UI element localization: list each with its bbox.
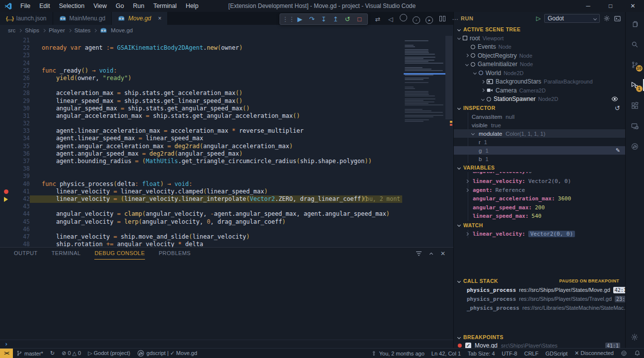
scene-node-objectregistry[interactable]: ObjectRegistryNode bbox=[454, 51, 625, 60]
variable-chevron-icon[interactable] bbox=[465, 232, 469, 236]
maximize-button[interactable]: □ bbox=[599, 0, 622, 12]
breakpoint-checkbox[interactable]: ✓ bbox=[465, 343, 471, 348]
cursor-position[interactable]: Ln 42, Col 1 bbox=[428, 349, 464, 358]
restart-icon[interactable]: ↺ bbox=[342, 14, 354, 24]
tab-mainmenu-gd[interactable]: MainMenu.gd bbox=[53, 12, 112, 25]
code-line[interactable]: 27 bbox=[0, 82, 453, 90]
scene-node-root[interactable]: rootViewport bbox=[454, 34, 625, 43]
gutter-glyph[interactable] bbox=[0, 112, 12, 120]
breadcrumb-item[interactable]: States bbox=[74, 27, 91, 33]
minimap[interactable] bbox=[405, 39, 444, 122]
minimize-button[interactable]: ─ bbox=[577, 0, 599, 12]
breadcrumb-file[interactable]: Move.gd bbox=[111, 27, 133, 33]
breadcrumb-item[interactable]: Ships bbox=[25, 27, 39, 33]
reverse-continue-icon[interactable]: ◁ bbox=[385, 14, 396, 24]
close-button[interactable]: ✕ bbox=[622, 0, 644, 12]
language-mode[interactable]: GDScript bbox=[542, 349, 571, 358]
debug-console-input[interactable]: › bbox=[0, 340, 453, 348]
variable-row[interactable]: angular_acceleration_max:3600 bbox=[454, 194, 625, 203]
step-forward-icon[interactable]: › bbox=[411, 14, 422, 24]
gutter-glyph[interactable] bbox=[0, 233, 12, 241]
launch-config-dropdown[interactable]: Godot bbox=[544, 14, 600, 23]
gutter-glyph[interactable] bbox=[0, 97, 12, 105]
gutter-glyph[interactable] bbox=[0, 180, 12, 188]
gutter-glyph[interactable] bbox=[0, 150, 12, 158]
variable-row[interactable]: angular_speed_max:200 bbox=[454, 203, 625, 212]
lsp-status[interactable]: ✕ Disconnected bbox=[571, 349, 617, 358]
code-line[interactable]: 29 linear_speed_max = ship.stats.get_lin… bbox=[0, 97, 453, 105]
split-editor-icon[interactable] bbox=[437, 14, 447, 24]
step-into-icon[interactable]: ↧ bbox=[318, 14, 330, 24]
panel-tab-terminal[interactable]: TERMINAL bbox=[52, 248, 81, 260]
variable-row[interactable]: agent:Reference bbox=[454, 186, 625, 195]
debug-console-output[interactable] bbox=[0, 260, 453, 340]
panel-tab-output[interactable]: OUTPUT bbox=[14, 248, 38, 260]
section-call-stack-header[interactable]: CALL STACK PAUSED ON BREAKPOINT bbox=[454, 276, 625, 285]
more-actions-icon[interactable]: ⋯ bbox=[450, 14, 460, 24]
section-watch-header[interactable]: WATCH bbox=[454, 221, 625, 230]
menu-run[interactable]: Run bbox=[129, 0, 149, 12]
launch-status[interactable]: ▷ Godot (project) bbox=[84, 349, 134, 358]
run-debug-icon[interactable]: 1 bbox=[626, 79, 644, 91]
continue-icon[interactable]: ▶ bbox=[294, 14, 306, 24]
code-line[interactable]: 40func physics_process(delta: float) → v… bbox=[0, 180, 453, 188]
remote-explorer-icon[interactable] bbox=[626, 120, 644, 132]
maximize-panel-icon[interactable] bbox=[430, 250, 432, 257]
close-tab-icon[interactable]: × bbox=[158, 15, 161, 22]
gutter-glyph[interactable] bbox=[0, 82, 12, 90]
explorer-icon[interactable] bbox=[626, 18, 644, 30]
section-breakpoints-header[interactable]: BREAKPOINTS bbox=[454, 333, 625, 342]
sync-icon[interactable]: ↻ bbox=[47, 349, 58, 358]
edit-value-icon[interactable]: ✎ bbox=[616, 147, 620, 154]
editor-scrollbar[interactable] bbox=[444, 36, 453, 247]
inspector-refresh-icon[interactable]: ↺ bbox=[615, 104, 625, 112]
gutter-glyph[interactable] bbox=[0, 105, 12, 112]
encoding[interactable]: UTF-8 bbox=[499, 349, 521, 358]
scene-node-events[interactable]: EventsNode bbox=[454, 43, 625, 52]
tab-move-gd[interactable]: Move.gd× bbox=[112, 12, 168, 25]
scene-node-world[interactable]: WorldNode2D bbox=[454, 69, 625, 78]
scene-node-gameinitializer[interactable]: GameInitializerNode bbox=[454, 60, 625, 69]
tree-chevron-icon[interactable] bbox=[481, 97, 485, 101]
problems-summary[interactable]: ⊘ 0 △ 0 bbox=[58, 349, 84, 358]
notifications-bell-icon[interactable] bbox=[631, 349, 644, 358]
code-line[interactable]: 24 bbox=[0, 60, 453, 67]
gutter-glyph[interactable] bbox=[0, 218, 12, 226]
inspector-property-g[interactable]: g1✎ bbox=[454, 146, 625, 155]
code-line[interactable]: 34 agent.linear_speed_max = linear_speed… bbox=[0, 135, 453, 142]
gutter-glyph[interactable] bbox=[0, 60, 12, 67]
section-variables-header[interactable]: VARIABLES bbox=[454, 163, 625, 172]
step-out-icon[interactable]: ↥ bbox=[330, 14, 342, 24]
gutter-glyph[interactable] bbox=[0, 173, 12, 180]
gutter-glyph[interactable] bbox=[0, 67, 12, 75]
section-scene-tree-header[interactable]: ACTIVE SCENE TREE bbox=[454, 25, 625, 34]
source-control-icon[interactable]: 10 bbox=[626, 59, 644, 71]
debug-settings-gear-icon[interactable] bbox=[603, 15, 610, 22]
gutter-glyph[interactable] bbox=[0, 120, 12, 127]
code-line[interactable]: 46 bbox=[0, 226, 453, 233]
code-line[interactable]: 35 agent.angular_acceleration_max = deg2… bbox=[0, 143, 453, 150]
scrollbar-thumb[interactable] bbox=[445, 36, 452, 119]
variable-chevron-icon[interactable] bbox=[465, 179, 469, 183]
search-icon[interactable] bbox=[626, 38, 644, 50]
gutter-glyph[interactable] bbox=[0, 210, 12, 218]
breakpoint-icon[interactable] bbox=[4, 189, 8, 194]
close-panel-icon[interactable]: ✕ bbox=[440, 250, 445, 257]
variable-row[interactable]: angular_velocity:0 bbox=[454, 172, 625, 177]
inspector-property-canvasitem[interactable]: CanvasItemnull bbox=[454, 112, 625, 121]
gutter-glyph[interactable] bbox=[0, 127, 12, 135]
code-line[interactable]: 43 bbox=[0, 203, 453, 210]
inspector-property-modulate[interactable]: modulateColor(1, 1, 1, 1) bbox=[454, 129, 625, 138]
menu-go[interactable]: Go bbox=[111, 0, 129, 12]
gutter-glyph[interactable] bbox=[0, 37, 12, 44]
gutter-glyph[interactable] bbox=[0, 143, 12, 150]
code-line[interactable]: 37 agent.bounding_radius = (MathUtils.ge… bbox=[0, 158, 453, 165]
settings-gear-icon[interactable] bbox=[626, 331, 644, 343]
step-back-icon[interactable] bbox=[398, 14, 409, 24]
gutter-glyph[interactable] bbox=[0, 188, 12, 195]
variable-row[interactable]: linear_speed_max:540 bbox=[454, 212, 625, 221]
breakpoint-item[interactable]: ✓Move.gdsrc\Ships\Player\States41:1 bbox=[454, 342, 625, 348]
eol[interactable]: CRLF bbox=[521, 349, 542, 358]
open-debug-console-icon[interactable] bbox=[614, 15, 621, 22]
gutter-glyph[interactable] bbox=[0, 44, 12, 52]
